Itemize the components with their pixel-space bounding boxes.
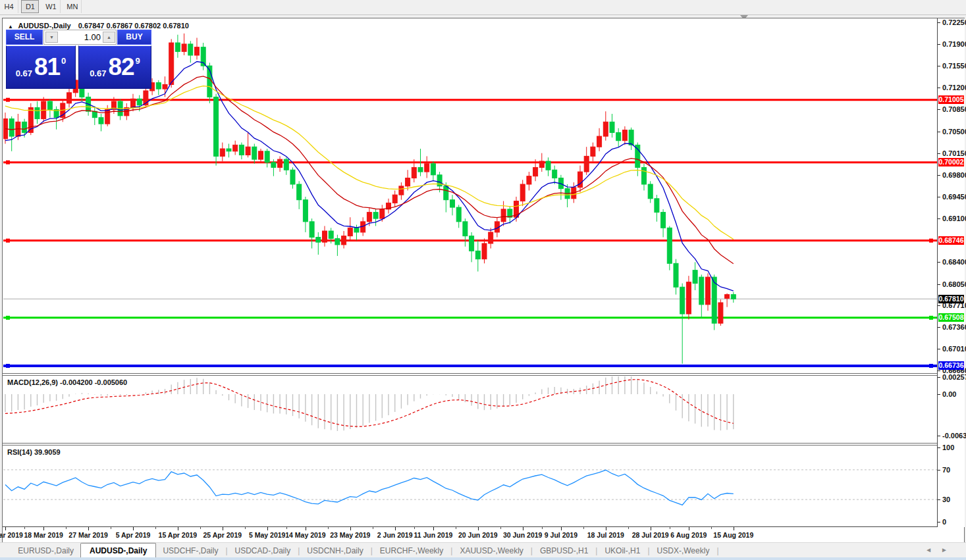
timeframe-button-mn[interactable]: MN [63, 0, 82, 13]
chart-tab-xauusd[interactable]: XAUUSD-,Weekly [453, 544, 529, 558]
chart-tab-usdx[interactable]: USDX-,Weekly [651, 544, 716, 558]
candle-body [425, 164, 429, 172]
candle-body [169, 43, 174, 84]
timeframe-button-h4[interactable]: H4 [0, 0, 18, 13]
candle-body [348, 228, 352, 236]
chart-tab-bar: EURUSD-,DailyAUDUSD-,DailyUSDCHF-,Daily|… [0, 542, 966, 558]
volume-increase-icon[interactable]: ▲ [103, 32, 115, 43]
date-tick [133, 527, 134, 530]
date-label: 25 Apr 2019 [198, 531, 248, 539]
candle-body [329, 231, 333, 238]
date-tick [689, 527, 689, 530]
price-tick-label: 0.67360 [942, 323, 966, 331]
candle-body [259, 151, 263, 159]
macd-scale-label: 0.00 [942, 390, 956, 398]
tab-scroll-right-icon[interactable]: ► [941, 546, 957, 553]
date-tick [734, 527, 734, 530]
hline-left-handle[interactable] [6, 316, 10, 320]
chart-tab-audusd[interactable]: AUDUSD-,Daily [80, 543, 156, 559]
chart-tab-usdcnh[interactable]: USDCNH-,Daily [300, 544, 369, 558]
candle-body [399, 186, 404, 195]
hline-right-handle[interactable] [929, 239, 933, 243]
candle-body [406, 178, 410, 186]
sell-price-quote[interactable]: 0.67 81 0 [6, 45, 76, 89]
price-tick [938, 305, 940, 306]
price-tick-label: 0.71200 [942, 84, 966, 91]
buy-price-quote[interactable]: 0.67 82 9 [78, 45, 151, 89]
chart-tab-ukoil[interactable]: UKOil-,H1 [598, 544, 647, 558]
candle-body [323, 231, 327, 242]
price-tick-label: 0.67010 [942, 345, 966, 353]
rsi-chart-canvas[interactable] [3, 446, 937, 526]
candle-body [188, 44, 193, 55]
chart-tab-usdchf[interactable]: USDCHF-,Daily [156, 544, 225, 558]
volume-input[interactable]: 1.00 [60, 32, 101, 43]
candle-body [35, 108, 40, 119]
price-tick-label: 0.69100 [942, 215, 966, 222]
horizontal-line-0.70002[interactable] [3, 161, 937, 165]
date-tick [267, 527, 268, 530]
horizontal-line-0.66736[interactable] [3, 364, 937, 368]
tab-separator: | [450, 544, 452, 558]
date-label: 9 Jul 2019 [536, 531, 586, 539]
chart-tab-eurusd[interactable]: EURUSD-,Daily [11, 544, 80, 558]
hline-right-handle[interactable] [929, 364, 933, 368]
price-tick-label: 0.70850 [942, 105, 966, 113]
timeframe-button-w1[interactable]: W1 [42, 0, 61, 13]
price-tick [938, 262, 940, 263]
sell-button[interactable]: SELL [6, 30, 43, 45]
time-axis[interactable]: 8 Mar 201918 Mar 201927 Mar 20195 Apr 20… [3, 527, 964, 542]
hline-right-handle[interactable] [929, 316, 933, 320]
hline-left-handle[interactable] [6, 98, 10, 102]
candle-body [227, 149, 231, 151]
rsi-scale-label: 100 [942, 444, 954, 451]
date-minor-tick [286, 527, 287, 529]
volume-decrease-icon[interactable]: ▼ [45, 32, 58, 43]
candle-body [680, 287, 685, 314]
candle-body [475, 251, 480, 259]
candle-body [603, 122, 608, 136]
macd-chart-canvas[interactable] [3, 376, 937, 442]
date-minor-tick [245, 527, 246, 529]
rsi-scale-tick [938, 522, 940, 522]
hline-left-handle[interactable] [6, 239, 10, 243]
candle-body [303, 200, 308, 222]
candle-body [182, 44, 186, 51]
candle-body [655, 199, 659, 213]
hline-left-handle[interactable] [6, 364, 10, 368]
candle-body [539, 161, 544, 167]
candle-body [622, 130, 627, 141]
candle-body [342, 236, 346, 245]
date-minor-tick [111, 527, 111, 529]
price-tick [938, 132, 940, 132]
price-tick [938, 44, 940, 45]
candle-body [354, 228, 359, 232]
price-tick [938, 284, 940, 285]
price-tick [938, 327, 940, 328]
candle-body [297, 184, 302, 200]
timeframe-button-d1[interactable]: D1 [21, 0, 39, 13]
chart-tab-gbpusd[interactable]: GBPUSD-,H1 [533, 544, 595, 558]
price-axis[interactable]: 0.722500.719000.715500.712000.708500.705… [938, 18, 965, 527]
macd-scale-tick [938, 436, 940, 436]
price-tick-label: 0.70500 [942, 128, 966, 136]
candle-body [239, 145, 244, 155]
candle-body [175, 43, 180, 51]
pane-splitter[interactable] [3, 443, 964, 445]
date-tick [306, 527, 306, 530]
buy-button[interactable]: BUY [117, 30, 151, 45]
date-label: 18 Jul 2019 [581, 531, 631, 539]
candle-body [290, 170, 295, 184]
date-minor-tick [670, 527, 670, 529]
candle-body [214, 97, 219, 156]
pane-splitter[interactable] [3, 373, 964, 376]
horizontal-line-0.67508[interactable] [3, 316, 937, 320]
chart-tabs: EURUSD-,DailyAUDUSD-,DailyUSDCHF-,Daily|… [11, 546, 719, 555]
hline-left-handle[interactable] [6, 161, 10, 165]
chart-tab-eurchf[interactable]: EURCHF-,Weekly [373, 544, 450, 558]
candle-body [616, 132, 621, 140]
chart-tab-usdcad[interactable]: USDCAD-,Daily [228, 544, 298, 558]
candle-body [92, 111, 97, 117]
tab-scroll-left-icon[interactable]: ◄ [925, 546, 941, 553]
candle-body [367, 213, 371, 222]
